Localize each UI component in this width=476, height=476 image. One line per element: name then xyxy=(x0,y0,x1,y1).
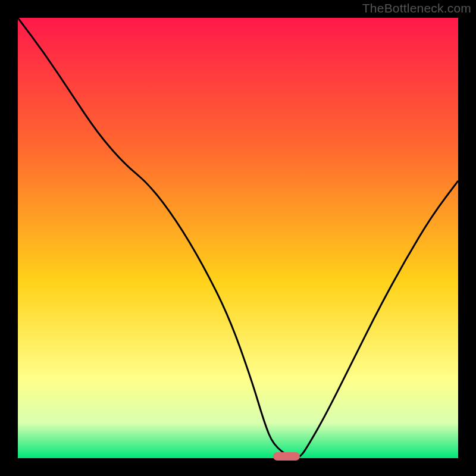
attribution-label: TheBottleneck.com xyxy=(362,1,471,15)
gradient-background xyxy=(18,18,458,458)
plot-area xyxy=(18,18,458,458)
chart-frame: TheBottleneck.com xyxy=(0,0,476,476)
optimal-marker xyxy=(273,452,299,461)
bottleneck-chart xyxy=(18,18,458,458)
